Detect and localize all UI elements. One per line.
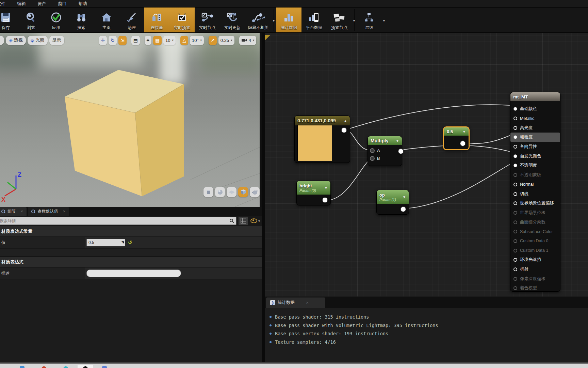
node-scalar-selected[interactable]: 0.5 ▼	[443, 126, 470, 150]
connectors-button[interactable]: 连接器	[144, 7, 169, 32]
reset-to-default-icon[interactable]: ↺	[128, 240, 132, 246]
pin-tangent[interactable]: 切线	[510, 189, 560, 199]
show-button[interactable]: 显示	[49, 36, 64, 45]
pin-anisotropy[interactable]: 各向异性	[510, 142, 560, 152]
home-button[interactable]: 主页	[94, 7, 119, 32]
close-icon[interactable]: ✕	[306, 301, 309, 305]
output-pin[interactable]	[398, 148, 404, 154]
pin-ambient-occlusion[interactable]: 环境光遮挡	[510, 255, 560, 265]
menu-window[interactable]: 窗口	[58, 1, 67, 7]
node-constant-color[interactable]: 0.771,0.431,0.099 ▲	[294, 116, 350, 163]
pin-pixel-depth-offset[interactable]: 像素深度偏移	[510, 274, 560, 283]
perspective-button[interactable]: ◈ 透视	[6, 36, 26, 45]
camera-speed-button[interactable]: 4▾	[239, 36, 257, 45]
description-input[interactable]	[86, 270, 181, 277]
menu-edit[interactable]: 编辑	[17, 1, 26, 7]
output-pin[interactable]	[341, 127, 347, 133]
rotation-snap-value[interactable]: 10°▾	[190, 36, 204, 45]
search-input[interactable]	[0, 218, 229, 223]
search-details-field[interactable]	[0, 217, 236, 225]
pin-emissive-color[interactable]: 自发光颜色	[510, 151, 560, 161]
taskbar-app-icon[interactable]	[63, 366, 68, 368]
pin-metallic[interactable]: Metallic	[510, 114, 560, 123]
apply-button[interactable]: 应用	[44, 7, 69, 32]
menu-file[interactable]: 文件	[0, 1, 5, 7]
scale-tool-button[interactable]: ⇲	[118, 36, 127, 45]
rotation-snap-toggle[interactable]: △	[180, 36, 188, 45]
taskbar-app-icon[interactable]	[42, 366, 46, 368]
menu-asset[interactable]: 资产	[37, 1, 46, 7]
plane-shape-button[interactable]	[227, 187, 236, 197]
pin-opacity[interactable]: 不透明度	[510, 161, 560, 170]
viewport-options-button[interactable]: ▾	[0, 36, 4, 45]
grid-snap-toggle[interactable]: ▦	[153, 36, 162, 45]
taskbar-app-icon[interactable]	[102, 366, 107, 368]
pin-world-displacement[interactable]: 世界场景位移	[510, 208, 560, 218]
live-update-button[interactable]: 实时更新	[220, 7, 245, 32]
collapse-icon[interactable]: ▼	[396, 139, 399, 143]
chevron-down-icon[interactable]: ▼	[382, 19, 386, 22]
chevron-down-icon[interactable]: ▼	[353, 19, 356, 22]
drag-handle-icon[interactable]: ◥	[121, 241, 124, 244]
os-taskbar[interactable]	[0, 362, 588, 368]
coordinate-space-button[interactable]: ⬒	[131, 36, 140, 45]
value-input[interactable]	[87, 240, 120, 245]
node-param-bright[interactable]: bright Param (0) ▼	[296, 181, 331, 205]
lit-mode-button[interactable]: ⬙ 光照	[28, 36, 48, 45]
node-material-result[interactable]: mt_MT 基础颜色 Metallic 高光度 粗糙度 各向异性 自发光颜色 不…	[510, 92, 560, 292]
pin-custom-data-0[interactable]: Custom Data 0	[510, 236, 560, 246]
mesh-shape-button[interactable]	[250, 187, 260, 197]
live-preview-button[interactable]: 实时预览	[169, 7, 195, 32]
rotate-tool-button[interactable]: ↻	[109, 36, 117, 45]
chevron-down-icon[interactable]: ▼	[272, 19, 275, 22]
browse-button[interactable]: 浏览	[18, 7, 44, 32]
platform-stats-button[interactable]: 平台数据	[301, 7, 327, 32]
grid-snap-value[interactable]: 10▾	[163, 36, 176, 45]
save-button[interactable]: 保存	[0, 7, 18, 32]
search-button[interactable]: 搜索	[69, 7, 94, 32]
preview-viewport[interactable]: ▾ ◈ 透视 ⬙ 光照 显示 ✛ ↻ ⇲	[0, 33, 260, 207]
input-pin-a[interactable]	[370, 148, 375, 153]
taskbar-app-icon[interactable]	[20, 366, 24, 368]
node-multiply[interactable]: Multiply ▼ A B	[368, 136, 402, 166]
collapse-icon[interactable]: ▲	[344, 119, 347, 123]
close-icon[interactable]: ✕	[20, 210, 23, 213]
pin-specular[interactable]: 高光度	[510, 123, 560, 133]
live-nodes-button[interactable]: 实时节点	[195, 7, 220, 32]
pin-custom-data-1[interactable]: Custom Data 1	[510, 246, 560, 255]
move-tool-button[interactable]: ✛	[99, 36, 107, 45]
hierarchy-button[interactable]: 层级 ▼	[357, 7, 382, 32]
tab-parameter-defaults[interactable]: 参数默认值 ✕	[28, 207, 69, 216]
pin-shading-model[interactable]: 着色模型	[510, 283, 560, 293]
menu-help[interactable]: 帮助	[78, 1, 87, 7]
output-pin[interactable]	[322, 197, 328, 203]
pin-refraction[interactable]: 折射	[510, 265, 560, 274]
scale-snap-toggle[interactable]: ↗	[209, 36, 217, 45]
collapse-icon[interactable]: ▼	[324, 186, 328, 190]
surface-snap-button[interactable]: ⌖	[145, 36, 151, 45]
pin-subsurface-color[interactable]: Subsurface Color	[510, 227, 560, 236]
view-options-button[interactable]: ▾	[250, 218, 260, 223]
close-icon[interactable]: ✕	[63, 210, 65, 213]
pin-opacity-mask[interactable]: 不透明蒙版	[510, 170, 560, 180]
material-graph-canvas[interactable]: 0.771,0.431,0.099 ▲ Multiply ▼ A	[265, 33, 588, 296]
output-pin[interactable]	[460, 140, 466, 147]
panel-divider[interactable]	[262, 33, 265, 362]
section-material-expression[interactable]: 材质表达式	[0, 257, 262, 267]
input-pin-b[interactable]	[370, 156, 375, 161]
preview-node-button[interactable]: 预览节点 ▼	[327, 7, 352, 32]
stats-button[interactable]: 统计数据	[276, 7, 301, 32]
node-param-op[interactable]: op Param (1) ▼	[376, 190, 409, 215]
hide-unrelated-button[interactable]: 隐藏不相关 ▼	[245, 7, 272, 32]
scale-snap-value[interactable]: 0.25▾	[218, 36, 234, 45]
value-field[interactable]: ◥	[86, 239, 125, 246]
cylinder-shape-button[interactable]	[203, 187, 213, 197]
tab-details[interactable]: 细节 ✕	[0, 207, 27, 216]
pin-normal[interactable]: Normal	[510, 180, 560, 189]
section-material-expression-constant[interactable]: 材质表达式常量	[0, 226, 262, 237]
tab-stats[interactable]: ❯ 统计数据 ✕	[266, 297, 325, 308]
sphere-shape-button[interactable]	[215, 187, 225, 197]
cube-shape-button[interactable]	[238, 187, 248, 197]
pin-tessellation-multiplier[interactable]: 曲面细分乘数	[510, 217, 560, 227]
pin-roughness[interactable]: 粗糙度	[510, 133, 560, 142]
